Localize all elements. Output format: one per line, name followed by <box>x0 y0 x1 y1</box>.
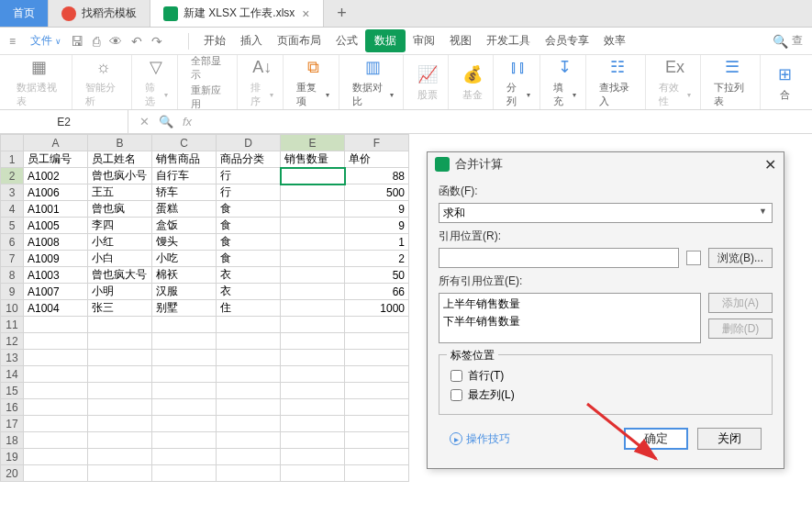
ok-button[interactable]: 确定 <box>624 428 688 450</box>
cell[interactable]: A1007 <box>24 284 88 300</box>
cell[interactable]: A1003 <box>24 267 88 284</box>
row-header[interactable]: 19 <box>1 449 24 465</box>
cell[interactable]: 食 <box>217 201 281 218</box>
cell[interactable]: 66 <box>345 284 409 300</box>
rg-analysis[interactable]: ☼智能分析 <box>76 55 132 109</box>
cell[interactable]: 食 <box>217 218 281 234</box>
tab-add[interactable]: + <box>324 0 361 27</box>
col-header[interactable]: C <box>152 135 217 151</box>
ribbon-tab[interactable]: 效率 <box>596 29 633 52</box>
rg-drop[interactable]: ☰下拉列表 <box>705 55 761 109</box>
cell[interactable]: 销售商品 <box>152 151 217 168</box>
undo-icon[interactable]: ↶ <box>131 34 142 49</box>
row-header[interactable]: 18 <box>1 432 24 449</box>
cell[interactable] <box>281 284 345 300</box>
delete-button[interactable]: 删除(D) <box>708 318 773 339</box>
col-header[interactable]: E <box>281 135 345 151</box>
cell[interactable]: 衣 <box>217 267 281 284</box>
cell[interactable]: 曾也疯大号 <box>88 267 152 284</box>
cell[interactable]: 9 <box>345 218 409 234</box>
cancel-icon[interactable]: ✕ <box>139 115 150 128</box>
row-header[interactable]: 5 <box>1 218 24 234</box>
row-header[interactable]: 4 <box>1 201 24 218</box>
tips-link[interactable]: ▸操作技巧 <box>450 431 510 447</box>
rg-sort[interactable]: A↓排序▾ <box>241 55 284 109</box>
cell[interactable]: 员工编号 <box>24 151 88 168</box>
tab-docer[interactable]: 找稻壳模板 <box>49 0 150 27</box>
save-icon[interactable]: 🖫 <box>71 34 83 49</box>
cell[interactable]: 王五 <box>88 184 152 201</box>
row-header[interactable]: 17 <box>1 416 24 432</box>
reference-input[interactable] <box>439 248 679 268</box>
rg-stock[interactable]: 📈股票 <box>407 55 449 109</box>
tab-workbook[interactable]: 新建 XLSX 工作表.xlsx × <box>150 0 324 27</box>
cell[interactable]: 商品分类 <box>217 151 281 168</box>
col-header[interactable]: F <box>345 135 409 151</box>
cell[interactable]: 50 <box>345 267 409 284</box>
cell[interactable]: 蛋糕 <box>152 201 217 218</box>
row-header[interactable]: 14 <box>1 366 24 383</box>
cell[interactable] <box>281 201 345 218</box>
ribbon-tab[interactable]: 审阅 <box>406 29 442 52</box>
cell[interactable]: 小明 <box>88 284 152 300</box>
preview-icon[interactable]: 👁 <box>109 34 122 49</box>
rg-combine[interactable]: ⊞合 <box>764 55 805 109</box>
cell[interactable]: 单价 <box>345 151 409 168</box>
browse-button[interactable]: 浏览(B)... <box>708 248 773 268</box>
row-header[interactable]: 2 <box>1 168 24 184</box>
row-header[interactable]: 20 <box>1 465 24 482</box>
cell[interactable]: 住 <box>217 300 281 317</box>
row-header[interactable]: 6 <box>1 234 24 251</box>
spreadsheet[interactable]: A B C D E F 1员工编号员工姓名销售商品商品分类销售数量单价2A100… <box>0 134 409 482</box>
cell[interactable]: 食 <box>217 234 281 251</box>
add-button[interactable]: 添加(A) <box>708 293 773 313</box>
cell[interactable]: A1005 <box>24 218 88 234</box>
cell[interactable]: 轿车 <box>152 184 217 201</box>
ribbon-tab[interactable]: 数据 <box>365 29 406 52</box>
cell[interactable]: 1 <box>345 234 409 251</box>
cell[interactable]: 曾也疯 <box>88 201 152 218</box>
file-menu[interactable]: 文件∨ <box>25 31 67 50</box>
cell[interactable]: 李四 <box>88 218 152 234</box>
cell[interactable]: 小白 <box>88 251 152 267</box>
menu-icon[interactable]: ≡ <box>9 35 16 48</box>
cell[interactable]: 曾也疯小号 <box>88 168 152 184</box>
cell[interactable] <box>281 300 345 317</box>
cell[interactable] <box>281 184 345 201</box>
rg-dup[interactable]: ⧉重复项▾ <box>287 55 339 109</box>
cell[interactable]: A1004 <box>24 300 88 317</box>
rg-find[interactable]: ☷查找录入 <box>590 55 646 109</box>
cell[interactable]: A1002 <box>24 168 88 184</box>
reference-list[interactable]: 上半年销售数量 下半年销售数量 <box>439 293 701 343</box>
rg-split[interactable]: ⫿⫿分列▾ <box>497 55 539 109</box>
cell[interactable]: 销售数量 <box>281 151 345 168</box>
cell[interactable]: 小红 <box>88 234 152 251</box>
lookup-icon[interactable]: 🔍 <box>159 115 173 128</box>
cell[interactable] <box>281 218 345 234</box>
close-button[interactable]: 关闭 <box>697 428 762 450</box>
cell[interactable]: 张三 <box>88 300 152 317</box>
ribbon-tab[interactable]: 页面布局 <box>270 29 328 52</box>
ribbon-tab[interactable]: 开始 <box>196 29 233 52</box>
select-all-corner[interactable] <box>1 135 24 151</box>
print-icon[interactable]: ⎙ <box>93 34 100 49</box>
cell[interactable]: A1009 <box>24 251 88 267</box>
cell[interactable]: A1001 <box>24 201 88 218</box>
list-item[interactable]: 上半年销售数量 <box>443 296 696 313</box>
rg-valid[interactable]: Ex有效性▾ <box>650 55 701 109</box>
ribbon-tab[interactable]: 开发工具 <box>479 29 538 52</box>
col-header[interactable]: D <box>217 135 281 151</box>
rg-compare[interactable]: ▥数据对比▾ <box>343 55 404 109</box>
row-header[interactable]: 13 <box>1 350 24 366</box>
cell[interactable]: 2 <box>345 251 409 267</box>
col-header[interactable]: A <box>24 135 88 151</box>
name-box[interactable]: E2 <box>0 110 128 133</box>
cell[interactable]: 1000 <box>345 300 409 317</box>
cell[interactable]: 行 <box>217 168 281 184</box>
toprow-check[interactable]: 首行(T) <box>450 368 761 384</box>
cell[interactable]: 员工姓名 <box>88 151 152 168</box>
close-icon[interactable]: ✕ <box>764 156 776 173</box>
row-header[interactable]: 15 <box>1 383 24 399</box>
redo-icon[interactable]: ↷ <box>151 34 162 49</box>
list-item[interactable]: 下半年销售数量 <box>443 313 696 330</box>
